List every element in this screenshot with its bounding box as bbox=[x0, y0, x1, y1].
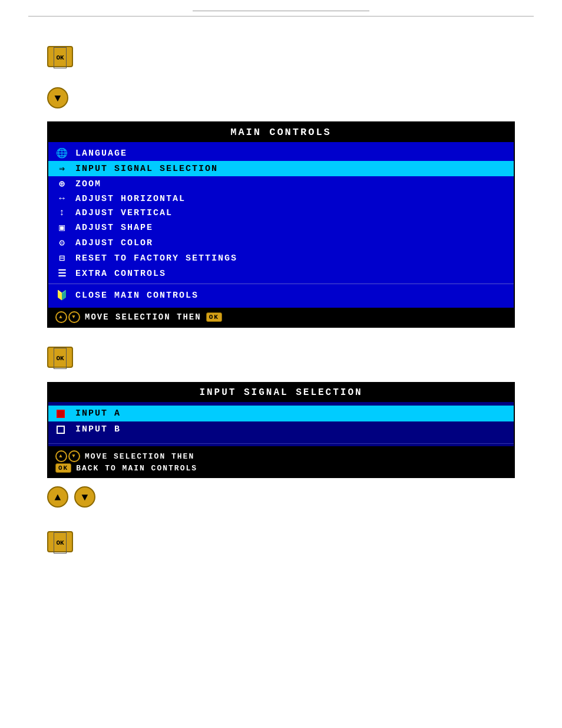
adjust-color-label: ADJUST COLOR bbox=[75, 238, 153, 248]
footer2-ok-icon: OK bbox=[55, 463, 71, 473]
adjust-color-icon: ⚙ bbox=[55, 237, 70, 249]
main-controls-menu: MAIN CONTROLS 🌐 LANGUAGE ⇒ INPUT SIGNAL … bbox=[47, 121, 515, 328]
input-a-label: INPUT A bbox=[75, 409, 121, 419]
menu-item-close[interactable]: 🔰 CLOSE MAIN CONTROLS bbox=[48, 286, 514, 304]
input-signal-label: INPUT SIGNAL SELECTION bbox=[75, 164, 218, 174]
white-square-icon bbox=[57, 426, 65, 434]
footer2-row-1: ▲ ▼ MOVE SELECTION THEN bbox=[55, 450, 507, 462]
down-nav-icon: ▼ bbox=[68, 311, 80, 323]
input-item-a[interactable]: INPUT A bbox=[48, 406, 514, 421]
divider bbox=[28, 16, 534, 17]
adjust-shape-icon: ▣ bbox=[55, 222, 70, 233]
input-signal-menu: INPUT SIGNAL SELECTION INPUT A INPUT B ▲… bbox=[47, 382, 515, 478]
footer2-move-label: MOVE SELECTION THEN bbox=[85, 452, 194, 461]
close-icon: 🔰 bbox=[55, 289, 70, 301]
footer2-down-icon: ▼ bbox=[68, 450, 80, 462]
menu-item-extra[interactable]: ☰ EXTRA CONTROLS bbox=[48, 266, 514, 281]
arrow-up-button[interactable]: ▲ bbox=[47, 486, 68, 508]
adjust-vert-icon: ↕ bbox=[55, 207, 70, 218]
arrow-down-icon-2: ▼ bbox=[82, 492, 88, 503]
main-controls-footer: ▲ ▼ MOVE SELECTION THEN OK bbox=[48, 308, 514, 327]
extra-label: EXTRA CONTROLS bbox=[75, 269, 166, 279]
footer-nav-icons: ▲ ▼ bbox=[55, 311, 80, 323]
input-b-icon bbox=[57, 425, 70, 434]
reset-icon: ⊟ bbox=[55, 252, 70, 264]
menu-item-adjust-horiz[interactable]: ↔ ADJUST HORIZONTAL bbox=[48, 192, 514, 206]
footer2-nav-icons: ▲ ▼ bbox=[55, 450, 80, 462]
menu-item-adjust-shape[interactable]: ▣ ADJUST SHAPE bbox=[48, 220, 514, 235]
footer2-up-icon: ▲ bbox=[55, 450, 67, 462]
input-signal-icon: ⇒ bbox=[55, 163, 70, 174]
adjust-vert-label: ADJUST VERTICAL bbox=[75, 208, 173, 218]
menu-divider-1 bbox=[48, 284, 514, 284]
adjust-horiz-icon: ↔ bbox=[55, 193, 70, 204]
close-label: CLOSE MAIN CONTROLS bbox=[75, 291, 199, 301]
ok-button-2[interactable]: OK bbox=[47, 347, 73, 368]
red-square-icon bbox=[57, 410, 65, 418]
adjust-horiz-label: ADJUST HORIZONTAL bbox=[75, 194, 186, 204]
menu-item-reset[interactable]: ⊟ RESET TO FACTORY SETTINGS bbox=[48, 251, 514, 266]
ok-icon-1: OK bbox=[54, 47, 66, 68]
input-signal-footer: ▲ ▼ MOVE SELECTION THEN OK BACK TO MAIN … bbox=[48, 446, 514, 477]
input-signal-title: INPUT SIGNAL SELECTION bbox=[48, 383, 514, 402]
arrow-down-button-1[interactable]: ▼ bbox=[47, 87, 68, 108]
input-b-label: INPUT B bbox=[75, 424, 121, 434]
input-menu-divider bbox=[48, 443, 514, 444]
arrow-down-icon-1: ▼ bbox=[55, 93, 61, 104]
footer-ok-icon: OK bbox=[206, 312, 222, 322]
extra-icon: ☰ bbox=[55, 268, 70, 279]
menu-item-language[interactable]: 🌐 LANGUAGE bbox=[48, 146, 514, 161]
language-label: LANGUAGE bbox=[75, 149, 127, 159]
footer2-back-label: BACK TO MAIN CONTROLS bbox=[76, 464, 197, 473]
arrow-up-icon: ▲ bbox=[55, 492, 61, 503]
footer2-row-2: OK BACK TO MAIN CONTROLS bbox=[55, 463, 507, 473]
menu-item-input-signal[interactable]: ⇒ INPUT SIGNAL SELECTION bbox=[48, 161, 514, 176]
arrow-down-button-2[interactable]: ▼ bbox=[74, 486, 95, 508]
reset-label: RESET TO FACTORY SETTINGS bbox=[75, 253, 237, 263]
language-icon: 🌐 bbox=[55, 147, 70, 159]
ok-icon-2: OK bbox=[54, 348, 66, 369]
ok-button-1[interactable]: OK bbox=[47, 46, 73, 67]
input-a-icon bbox=[57, 409, 70, 419]
menu-item-adjust-vert[interactable]: ↕ ADJUST VERTICAL bbox=[48, 206, 514, 220]
main-controls-items: 🌐 LANGUAGE ⇒ INPUT SIGNAL SELECTION ⊕ ZO… bbox=[48, 142, 514, 308]
menu-item-adjust-color[interactable]: ⚙ ADJUST COLOR bbox=[48, 235, 514, 251]
ok-button-3[interactable]: OK bbox=[47, 531, 73, 552]
menu-item-zoom[interactable]: ⊕ ZOOM bbox=[48, 176, 514, 192]
bottom-arrows-area: ▲ ▼ bbox=[0, 478, 562, 516]
main-controls-title: MAIN CONTROLS bbox=[48, 123, 514, 142]
top-line bbox=[193, 11, 369, 11]
footer-move-label: MOVE SELECTION THEN bbox=[85, 312, 201, 322]
up-nav-icon: ▲ bbox=[55, 311, 67, 323]
zoom-label: ZOOM bbox=[75, 179, 101, 189]
input-signal-items: INPUT A INPUT B bbox=[48, 402, 514, 441]
ok-icon-3: OK bbox=[54, 532, 66, 554]
zoom-icon: ⊕ bbox=[55, 178, 70, 190]
adjust-shape-label: ADJUST SHAPE bbox=[75, 223, 153, 233]
input-item-b[interactable]: INPUT B bbox=[48, 421, 514, 437]
